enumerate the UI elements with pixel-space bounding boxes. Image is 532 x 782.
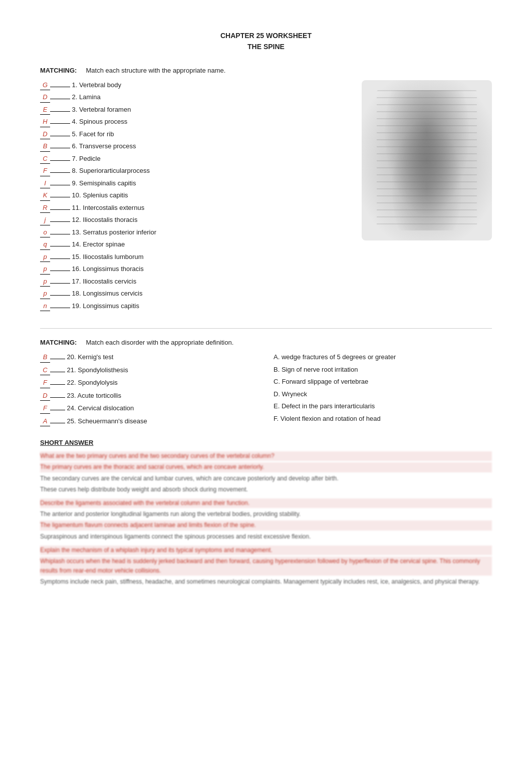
list-item: p 17. Iliocostalis cervicis	[40, 277, 352, 287]
list-item: C 7. Pedicle	[40, 154, 352, 164]
list-item: C 21. Spondylolisthesis	[40, 365, 258, 376]
short-answer-q2: Describe the ligaments associated with t…	[40, 498, 492, 542]
spine-image	[362, 80, 492, 240]
matching2-section: MATCHING: Match each disorder with the a…	[40, 339, 492, 429]
matching1-instruction: Match each structure with the appropriat…	[86, 67, 225, 74]
list-item: q 14. Erector spinae	[40, 239, 352, 250]
list-item: B 20. Kernig's test	[40, 352, 258, 363]
list-item: F. Violent flexion and rotation of head	[274, 414, 492, 424]
list-item: o 13. Serratus posterior inferior	[40, 227, 352, 238]
matching2-right: A. wedge fractures of 5 degrees or great…	[274, 352, 492, 429]
list-item: D 2. Lamina	[40, 92, 352, 103]
list-item: G 1. Vertebral body	[40, 80, 352, 91]
page-title: CHAPTER 25 WORKSHEET THE SPINE	[40, 30, 492, 53]
list-item: E. Defect in the pars interarticularis	[274, 401, 492, 411]
divider1	[40, 328, 492, 329]
list-item: D. Wryneck	[274, 389, 492, 399]
list-item: E 3. Vertebral foramen	[40, 105, 352, 115]
list-item: j 12. Iliocostalis thoracis	[40, 215, 352, 225]
list-item: D 5. Facet for rib	[40, 129, 352, 140]
list-item: F 8. Superiorarticularprocess	[40, 166, 352, 176]
short-answer-title: SHORT ANSWER	[40, 439, 492, 446]
list-item: n 19. Longissimus capitis	[40, 301, 352, 312]
matching2-left: B 20. Kernig's testC 21. Spondylolisthes…	[40, 352, 258, 429]
list-item: C. Forward slippage of vertebrae	[274, 377, 492, 387]
list-item: A. wedge fractures of 5 degrees or great…	[274, 352, 492, 362]
matching2-label: MATCHING:	[40, 339, 77, 346]
list-item: B 6. Transverse process	[40, 141, 352, 152]
list-item: A 25. Scheuermann's disease	[40, 416, 258, 427]
list-item: p 15. Iliocostalis lumborum	[40, 252, 352, 263]
list-item: D 23. Acute torticollis	[40, 391, 258, 401]
matching1-label: MATCHING:	[40, 67, 77, 74]
matching2-instruction: Match each disorder with the appropriate…	[86, 339, 233, 346]
matching1-section: MATCHING: Match each structure with the …	[40, 67, 492, 314]
list-item: B. Sign of nerve root irritation	[274, 365, 492, 375]
short-answer-section: SHORT ANSWER What are the two primary cu…	[40, 439, 492, 587]
list-item: R 11. Intercostalis externus	[40, 203, 352, 213]
short-answer-q3: Explain the mechanism of a whiplash inju…	[40, 546, 492, 587]
list-item: H 4. Spinous process	[40, 117, 352, 127]
short-answer-q1: What are the two primary curves and the …	[40, 451, 492, 494]
list-item: F 22. Spondylolysis	[40, 378, 258, 388]
list-item: K 10. Splenius capitis	[40, 190, 352, 201]
list-item: F 24. Cervical dislocation	[40, 403, 258, 414]
list-item: p 18. Longissimus cervicis	[40, 289, 352, 299]
list-item: I 9. Semispinalis capitis	[40, 178, 352, 189]
list-item: p 16. Longissimus thoracis	[40, 264, 352, 275]
matching1-list: G 1. Vertebral bodyD 2. LaminaE 3. Verte…	[40, 80, 352, 314]
